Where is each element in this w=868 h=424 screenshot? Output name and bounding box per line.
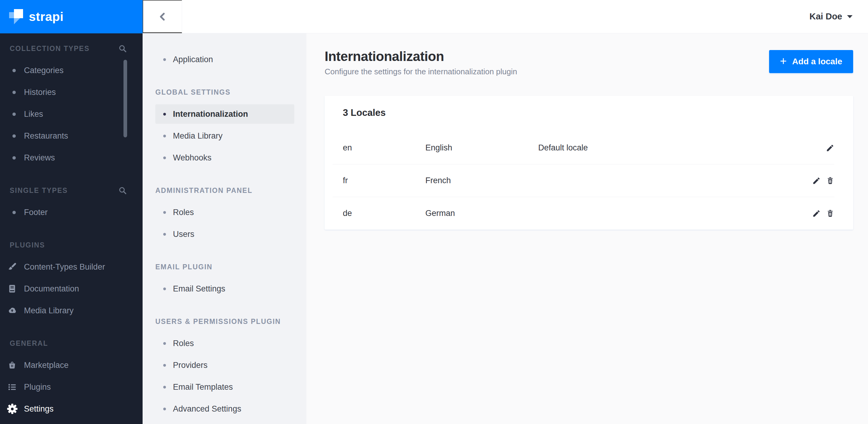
settings-item-webhooks[interactable]: Webhooks	[143, 147, 306, 169]
sidebar-item-reviews[interactable]: Reviews	[0, 147, 143, 169]
sidebar-item-likes[interactable]: Likes	[0, 103, 143, 125]
bullet-dot	[163, 342, 166, 345]
settings-item-up-roles[interactable]: Roles	[143, 332, 306, 354]
locale-code: fr	[343, 176, 425, 185]
sidebar-scrollbar-thumb[interactable]	[123, 60, 127, 137]
settings-section-title: ADMINISTRATION PANEL	[155, 187, 252, 195]
gear-icon	[7, 404, 17, 414]
sidebar-item-label: Likes	[24, 109, 43, 119]
sidebar-item-histories[interactable]: Histories	[0, 81, 143, 103]
settings-item-application[interactable]: Application	[143, 48, 306, 70]
trash-icon	[826, 209, 834, 218]
locales-count-heading: 3 Locales	[343, 107, 835, 118]
bullet-dot	[163, 157, 166, 159]
nav-section-title: COLLECTION TYPES	[10, 44, 90, 53]
settings-item-media-library[interactable]: Media Library	[143, 125, 306, 147]
sidebar-item-content-types-builder[interactable]: Content-Types Builder	[0, 256, 143, 278]
back-button[interactable]	[143, 0, 182, 33]
nav-section-single-types: SINGLE TYPES Footer	[0, 180, 143, 223]
locale-row-de: de German	[324, 197, 853, 230]
bullet-dot	[12, 69, 16, 72]
sidebar-item-categories[interactable]: Categories	[0, 60, 143, 81]
settings-section-users-permissions-plugin: USERS & PERMISSIONS PLUGIN Roles Provide…	[143, 311, 306, 420]
page-title: Internationalization	[324, 49, 517, 64]
edit-locale-button[interactable]	[812, 209, 821, 218]
nav-section-title: GENERAL	[10, 339, 48, 348]
edit-locale-button[interactable]	[812, 176, 821, 186]
settings-item-label: Application	[173, 55, 213, 64]
sidebar-item-documentation[interactable]: Documentation	[0, 278, 143, 300]
sidebar-item-restaurants[interactable]: Restaurants	[0, 125, 143, 147]
bullet-dot	[163, 386, 166, 389]
list-icon	[7, 382, 17, 392]
settings-item-label: Roles	[173, 339, 194, 348]
user-menu[interactable]: Kai Doe	[809, 11, 852, 22]
user-name: Kai Doe	[809, 11, 842, 22]
settings-item-label: Webhooks	[173, 153, 212, 163]
locales-card: 3 Locales en English Default locale fr F…	[324, 96, 853, 230]
delete-locale-button[interactable]	[825, 209, 835, 218]
sidebar-item-label: Reviews	[24, 153, 55, 163]
edit-locale-button[interactable]	[825, 143, 835, 153]
pencil-icon	[812, 176, 821, 185]
bullet-dot	[163, 135, 166, 137]
bullet-dot	[163, 407, 166, 410]
sidebar-item-media-library[interactable]: Media Library	[0, 300, 143, 322]
settings-item-email-settings[interactable]: Email Settings	[143, 278, 306, 300]
sidebar-item-label: Footer	[24, 208, 48, 217]
strapi-logo[interactable]: strapi	[0, 0, 143, 33]
locale-name: French	[425, 176, 538, 185]
brand-name: strapi	[29, 10, 64, 24]
add-locale-button[interactable]: + Add a locale	[769, 50, 853, 73]
page-subtitle: Configure the settings for the internati…	[324, 67, 517, 76]
settings-item-email-templates[interactable]: Email Templates	[143, 376, 306, 398]
bullet-dot	[163, 58, 166, 61]
settings-item-internationalization[interactable]: Internationalization	[155, 104, 294, 124]
locale-row-en: en English Default locale	[324, 132, 853, 164]
row-actions	[802, 143, 835, 153]
locale-default-badge: Default locale	[538, 143, 802, 153]
bullet-dot	[163, 211, 166, 214]
delete-locale-button[interactable]	[825, 176, 835, 186]
settings-item-label: Internationalization	[173, 109, 248, 119]
book-icon	[7, 284, 17, 294]
sidebar-item-plugins[interactable]: Plugins	[0, 376, 143, 398]
settings-item-label: Roles	[173, 208, 194, 217]
settings-item-advanced-settings[interactable]: Advanced Settings	[143, 398, 306, 420]
settings-item-providers[interactable]: Providers	[143, 354, 306, 376]
sidebar-item-marketplace[interactable]: Marketplace	[0, 354, 143, 376]
sidebar-item-settings[interactable]: Settings	[0, 398, 143, 420]
settings-item-admin-roles[interactable]: Roles	[143, 201, 306, 223]
bullet-dot	[163, 113, 166, 116]
sidebar-item-label: Content-Types Builder	[24, 262, 105, 272]
sidebar-item-label: Marketplace	[24, 361, 68, 370]
topbar: Kai Doe	[143, 0, 868, 33]
settings-item-label: Email Settings	[173, 284, 225, 294]
main-content: Internationalization Configure the setti…	[306, 34, 868, 424]
bullet-dot	[163, 364, 166, 367]
settings-section-email-plugin: EMAIL PLUGIN Email Settings	[143, 256, 306, 300]
settings-section-title: USERS & PERMISSIONS PLUGIN	[155, 318, 281, 326]
search-icon[interactable]	[118, 44, 127, 54]
strapi-logo-icon	[9, 9, 23, 24]
bullet-dot	[163, 288, 166, 290]
bullet-dot	[12, 91, 16, 94]
locale-code: en	[343, 143, 425, 153]
search-icon[interactable]	[118, 186, 127, 195]
settings-item-label: Advanced Settings	[173, 404, 241, 414]
row-actions	[802, 176, 835, 186]
settings-section-title: EMAIL PLUGIN	[155, 263, 212, 271]
basket-icon	[7, 360, 17, 370]
settings-sidebar: Application GLOBAL SETTINGS Internationa…	[143, 33, 306, 424]
nav-section-title: SINGLE TYPES	[10, 187, 68, 195]
settings-item-label: Email Templates	[173, 383, 233, 392]
sidebar-item-label: Plugins	[24, 383, 51, 392]
sidebar-item-label: Media Library	[24, 306, 74, 316]
settings-item-label: Providers	[173, 361, 208, 370]
settings-item-admin-users[interactable]: Users	[143, 223, 306, 245]
settings-section-global-settings: GLOBAL SETTINGS Internationalization Med…	[143, 81, 306, 169]
locale-name: English	[425, 143, 538, 153]
pencil-icon	[826, 144, 834, 152]
sidebar-item-footer[interactable]: Footer	[0, 201, 143, 223]
chevron-left-icon	[157, 11, 168, 22]
